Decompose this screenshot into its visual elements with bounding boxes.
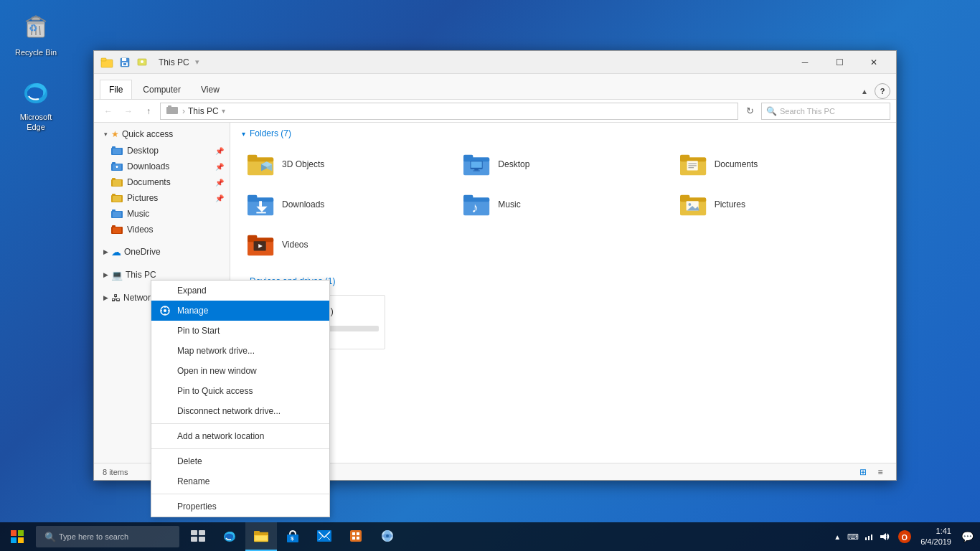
3dobjects-label: 3D Objects	[282, 159, 324, 169]
desktop-icon-recycle-bin[interactable]: ♻ Recycle Bin	[7, 7, 65, 60]
qat-undo-btn[interactable]	[134, 55, 150, 70]
tray-network[interactable]	[862, 522, 876, 551]
disconnect-label: Disconnect network drive...	[177, 406, 281, 416]
view-large-icons-btn[interactable]: ⊞	[856, 465, 870, 479]
tab-computer[interactable]: Computer	[133, 80, 190, 99]
desktop-content-label: Desktop	[498, 159, 529, 169]
tab-file[interactable]: File	[100, 80, 132, 99]
view-details-btn[interactable]: ≡	[873, 465, 887, 479]
thispc-icon: 💻	[111, 270, 123, 281]
sidebar-header-quick-access[interactable]: ▾ ★ Quick access	[94, 126, 230, 143]
tray-language[interactable]: ⌨	[846, 522, 860, 551]
svg-marker-121	[880, 533, 886, 540]
taskbar-app-edge[interactable]	[214, 522, 245, 551]
svg-rect-103	[255, 536, 267, 540]
taskbar-app-task-view[interactable]	[182, 522, 214, 551]
help-button[interactable]: ?	[875, 83, 890, 99]
minimize-button[interactable]: ─	[788, 51, 821, 74]
sidebar-item-pictures[interactable]: Pictures 📌	[94, 190, 230, 206]
tray-chevron[interactable]: ▲	[830, 522, 844, 551]
context-menu-item-pin-quick[interactable]: Pin to Quick access	[151, 381, 329, 401]
folder-item-desktop[interactable]: Desktop	[458, 147, 668, 182]
tray-volume[interactable]	[877, 522, 892, 551]
context-menu-item-pin-start[interactable]: Pin to Start	[151, 321, 329, 341]
folders-grid: 3D Objects	[242, 147, 885, 262]
address-path[interactable]: › This PC ▾	[160, 103, 738, 120]
onedrive-icon: ☁	[111, 246, 121, 258]
quick-access-label: Quick access	[122, 129, 173, 139]
sidebar-item-music[interactable]: Music	[94, 206, 230, 222]
context-menu-item-add-location[interactable]: Add a network location	[151, 426, 329, 446]
path-dropdown[interactable]: ▾	[222, 107, 225, 115]
svg-rect-110	[352, 532, 355, 535]
maximize-button[interactable]: ☐	[823, 51, 856, 74]
svg-rect-29	[113, 180, 121, 186]
svg-rect-10	[101, 58, 106, 61]
ribbon-chevron: ▲ ?	[857, 83, 890, 99]
context-menu-item-expand[interactable]: Expand	[151, 281, 329, 301]
taskbar-app-mail[interactable]	[308, 522, 340, 551]
refresh-button[interactable]: ↻	[741, 103, 758, 120]
sidebar-item-documents[interactable]: Documents 📌	[94, 174, 230, 190]
qat-save-btn[interactable]	[117, 55, 133, 70]
folder-item-documents[interactable]: Documents	[674, 147, 885, 182]
sidebar-item-downloads[interactable]: Downloads 📌	[94, 159, 230, 174]
svg-point-117	[386, 534, 389, 537]
search-box[interactable]: 🔍 Search This PC	[761, 103, 890, 120]
sidebar-item-videos[interactable]: Videos	[94, 222, 230, 237]
svg-rect-71	[680, 195, 689, 200]
tray-notification[interactable]: 💬	[960, 522, 974, 551]
svg-rect-77	[248, 235, 257, 240]
svg-text:$: $	[291, 535, 294, 542]
sidebar-item-desktop[interactable]: Desktop 📌	[94, 143, 230, 159]
desktop-icon-edge[interactable]: MicrosoftEdge	[7, 72, 65, 136]
sidebar-header-onedrive[interactable]: ▶ ☁ OneDrive	[94, 243, 230, 260]
back-button[interactable]: ←	[100, 103, 117, 120]
ribbon-collapse-btn[interactable]: ▲	[857, 84, 872, 98]
folder-item-music[interactable]: ♪ Music	[458, 187, 668, 222]
folder-item-downloads[interactable]: Downloads	[242, 187, 452, 222]
folders-section-header[interactable]: ▾ Folders (7)	[242, 128, 885, 138]
context-menu-item-properties[interactable]: Properties	[151, 496, 329, 517]
forward-button[interactable]: →	[120, 103, 137, 120]
search-placeholder: Search This PC	[780, 107, 835, 116]
taskbar-search[interactable]: 🔍 Type here to search	[36, 526, 179, 547]
tab-view[interactable]: View	[192, 80, 229, 99]
context-menu-item-disconnect[interactable]: Disconnect network drive...	[151, 401, 329, 421]
downloads-folder-icon	[111, 161, 123, 172]
sidebar-downloads-label: Downloads	[127, 161, 169, 171]
taskbar-app-7[interactable]	[372, 522, 403, 551]
onedrive-label: OneDrive	[124, 247, 161, 257]
thispc-label: This PC	[126, 270, 156, 280]
context-menu-item-open-new[interactable]: Open in new window	[151, 361, 329, 381]
context-menu-item-map-drive[interactable]: Map network drive...	[151, 341, 329, 361]
sidebar-section-onedrive: ▶ ☁ OneDrive	[94, 240, 230, 263]
context-menu-item-manage[interactable]: Manage	[151, 301, 329, 321]
start-button[interactable]	[0, 522, 34, 551]
up-button[interactable]: ↑	[140, 103, 157, 120]
add-location-label: Add a network location	[177, 431, 264, 441]
context-menu-item-rename[interactable]: Rename	[151, 471, 329, 491]
pin-quick-label: Pin to Quick access	[177, 386, 253, 396]
taskbar-app-6[interactable]	[340, 522, 372, 551]
folder-item-videos[interactable]: Videos	[242, 227, 452, 262]
title-bar: This PC ▾ ─ ☐ ✕	[94, 51, 896, 74]
taskbar-clock[interactable]: 1:41 6/4/2019	[915, 526, 957, 548]
close-button[interactable]: ✕	[857, 51, 890, 74]
drives-section-header[interactable]: ▾ Devices and drives (1)	[242, 276, 885, 286]
folder-item-pictures[interactable]: Pictures	[674, 187, 885, 222]
sidebar-desktop-label: Desktop	[127, 146, 159, 156]
svg-rect-118	[865, 537, 867, 540]
context-menu-item-delete[interactable]: Delete	[151, 451, 329, 471]
svg-rect-38	[113, 227, 121, 233]
svg-rect-97	[199, 537, 205, 542]
documents-folder-icon	[111, 176, 123, 188]
taskbar-app-file-explorer[interactable]	[245, 522, 277, 551]
taskbar-app-store[interactable]: $	[277, 522, 308, 551]
svg-rect-111	[357, 532, 359, 535]
sidebar-videos-label: Videos	[127, 225, 153, 235]
path-icon	[166, 105, 178, 117]
videos-content-icon	[248, 232, 276, 258]
tray-office[interactable]: O	[897, 522, 912, 551]
folder-item-3dobjects[interactable]: 3D Objects	[242, 147, 452, 182]
